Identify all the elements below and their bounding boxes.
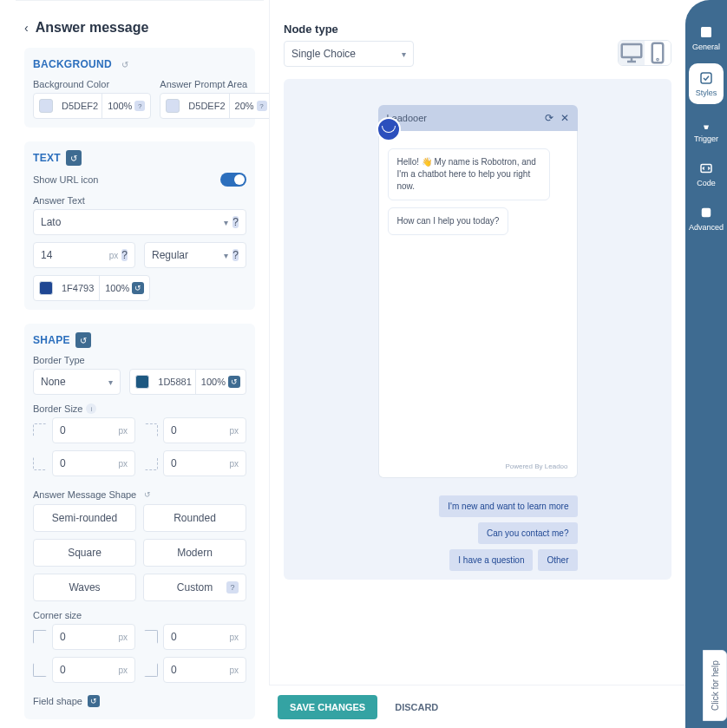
- back-chevron-icon[interactable]: ‹: [24, 21, 29, 35]
- font-weight-value: Regular: [152, 249, 188, 261]
- shape-title: SHAPE: [33, 334, 70, 346]
- show-url-toggle[interactable]: [220, 173, 246, 187]
- font-size-input[interactable]: 14 px?: [33, 242, 135, 268]
- prompt-area-label: Answer Prompt Area: [160, 79, 269, 89]
- nav-styles[interactable]: Styles: [689, 63, 724, 104]
- info-icon: ?: [134, 101, 145, 111]
- bg-color-pct: 100%: [108, 101, 132, 111]
- corner-size-bl-input[interactable]: 0px: [52, 657, 135, 683]
- border-size-br-input[interactable]: 0px: [163, 450, 246, 476]
- reset-background-icon[interactable]: ↺: [117, 56, 133, 72]
- show-url-label: Show URL icon: [33, 174, 98, 185]
- reset-field-shape-icon[interactable]: ↺: [88, 695, 100, 707]
- text-color-input[interactable]: 1F4793 100%↺: [33, 275, 150, 301]
- border-type-select[interactable]: None ▾: [33, 369, 121, 395]
- desktop-device-button[interactable]: [619, 41, 645, 65]
- font-weight-select[interactable]: Regular ▾?: [144, 242, 246, 268]
- info-icon: ?: [257, 101, 267, 111]
- chat-bubble: How can I help you today?: [388, 207, 509, 235]
- reset-text-color-icon[interactable]: ↺: [132, 282, 144, 294]
- svg-rect-3: [701, 27, 711, 37]
- nav-trigger[interactable]: Trigger: [689, 108, 724, 152]
- border-size-tl-input[interactable]: 0px: [52, 417, 135, 443]
- chevron-down-icon: ▾: [402, 49, 406, 59]
- text-title: TEXT: [33, 152, 61, 164]
- reset-border-color-icon[interactable]: ↺: [228, 376, 240, 388]
- bot-avatar: [377, 117, 401, 141]
- shape-modern-button[interactable]: Modern: [143, 539, 246, 567]
- page-title: Answer message: [36, 20, 149, 36]
- close-icon[interactable]: ✕: [560, 112, 569, 124]
- corner-size-br-input[interactable]: 0px: [163, 657, 246, 683]
- corner-bl-icon: [33, 663, 47, 677]
- text-color-swatch: [39, 281, 53, 295]
- styles-icon: [698, 70, 714, 86]
- discard-button[interactable]: DISCARD: [395, 702, 438, 712]
- chevron-down-icon: ▾: [108, 377, 113, 387]
- answer-text-label: Answer Text: [33, 195, 246, 206]
- svg-rect-4: [701, 73, 711, 83]
- corner-size-tr-input[interactable]: 0px: [163, 624, 246, 650]
- prompt-color-hex: D5DEF2: [185, 101, 228, 111]
- desktop-icon: [619, 40, 645, 66]
- reset-text-icon[interactable]: ↺: [66, 150, 82, 166]
- nav-code[interactable]: Code: [689, 152, 724, 196]
- border-color-input[interactable]: 1D5881 100%↺: [129, 369, 246, 395]
- info-icon: ?: [233, 249, 239, 261]
- prompt-color-input[interactable]: D5DEF2 20%?: [160, 93, 269, 119]
- corner-size-label: Corner size: [33, 610, 246, 620]
- shape-waves-button[interactable]: Waves: [33, 574, 136, 601]
- shape-rounded-button[interactable]: Rounded: [143, 504, 246, 532]
- save-button[interactable]: SAVE CHANGES: [278, 695, 377, 719]
- prompt-color-pct: 20%: [235, 101, 254, 111]
- bg-color-swatch: [39, 99, 53, 113]
- field-shape-label: Field shape↺: [33, 695, 246, 707]
- device-toggle: [618, 40, 671, 66]
- bg-color-input[interactable]: D5DEF2 100%?: [33, 93, 151, 119]
- choice-button[interactable]: I have a question: [449, 549, 533, 571]
- mobile-icon: [645, 40, 671, 66]
- shape-square-button[interactable]: Square: [33, 539, 136, 567]
- trigger-icon: [698, 116, 714, 132]
- border-color-swatch: [135, 375, 149, 389]
- border-size-bl-input[interactable]: 0px: [52, 450, 135, 476]
- background-section: BACKGROUND ↺ Background Color D5DEF2 100…: [24, 48, 255, 128]
- chevron-down-icon: ▾: [224, 218, 228, 227]
- corner-tr-icon: [144, 630, 158, 644]
- text-section: TEXT ↺ Show URL icon Answer Text Lato ▾?…: [24, 141, 255, 310]
- refresh-icon[interactable]: ⟳: [545, 112, 553, 124]
- chat-bubble: Hello! 👋 My name is Robotron, and I'm a …: [388, 148, 550, 200]
- node-type-select[interactable]: Single Choice ▾: [284, 41, 414, 67]
- right-nav: General Styles Trigger Code Advanced: [685, 0, 727, 728]
- shape-semi-rounded-button[interactable]: Semi-rounded: [33, 504, 136, 532]
- border-type-label: Border Type: [33, 355, 246, 365]
- info-icon: ?: [121, 249, 128, 261]
- border-color-hex: 1D5881: [154, 377, 195, 387]
- choice-button[interactable]: Can you contact me?: [478, 522, 578, 544]
- border-type-value: None: [41, 376, 66, 388]
- shape-custom-button[interactable]: Custom?: [143, 574, 246, 601]
- mobile-device-button[interactable]: [645, 41, 671, 65]
- border-color-pct: 100%: [201, 377, 226, 387]
- corner-tr-icon: [144, 423, 158, 437]
- reset-answer-shape-icon[interactable]: ↺: [141, 489, 154, 501]
- powered-by: Powered By Leadoo: [388, 462, 568, 470]
- border-size-label: Border Sizei: [33, 403, 246, 414]
- corner-br-icon: [144, 663, 158, 677]
- font-value: Lato: [41, 216, 61, 228]
- corner-br-icon: [144, 456, 158, 470]
- nav-advanced[interactable]: Advanced: [689, 196, 724, 240]
- font-select[interactable]: Lato ▾?: [33, 209, 246, 235]
- svg-point-2: [657, 59, 658, 60]
- choice-button[interactable]: Other: [538, 549, 577, 571]
- code-icon: [698, 161, 714, 176]
- reset-shape-icon[interactable]: ↺: [75, 332, 91, 348]
- help-tab[interactable]: Click for help: [703, 650, 727, 721]
- choice-button[interactable]: I'm new and want to learn more: [439, 495, 577, 517]
- font-size-unit: px: [109, 251, 119, 260]
- bg-color-label: Background Color: [33, 79, 151, 89]
- chat-preview: Leadooer ⟳ ✕ Hello! 👋 My name is Robotro…: [284, 79, 671, 580]
- nav-general[interactable]: General: [689, 16, 724, 60]
- border-size-tr-input[interactable]: 0px: [163, 417, 246, 443]
- corner-size-tl-input[interactable]: 0px: [52, 624, 135, 650]
